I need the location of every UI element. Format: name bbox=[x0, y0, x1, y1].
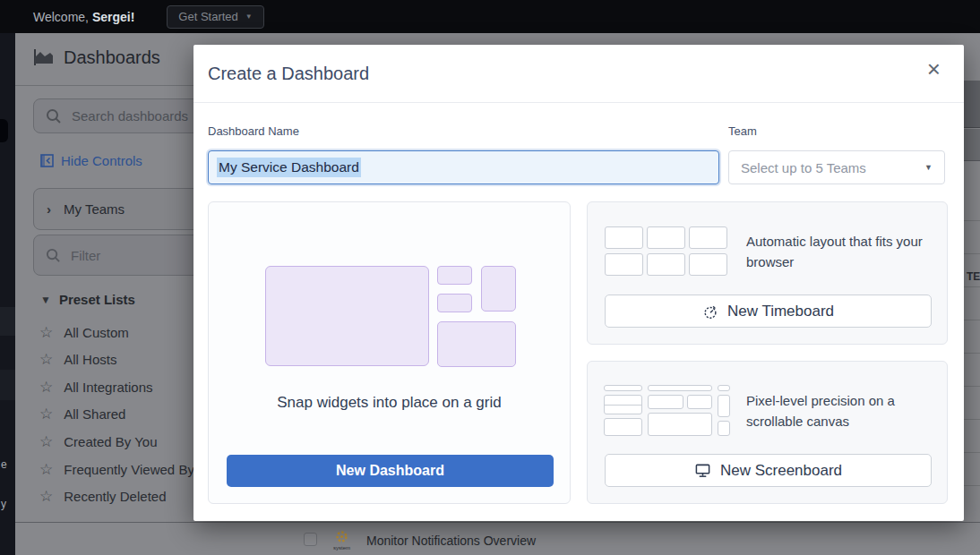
team-label: Team bbox=[728, 124, 757, 138]
selected-input-text: My Service Dashboard bbox=[217, 158, 361, 177]
nav-label-fragment: y bbox=[1, 498, 6, 510]
dashboard-row-title: Monitor Notifications Overview bbox=[366, 534, 536, 548]
team-select[interactable]: Select up to 5 Teams ▼ bbox=[728, 150, 945, 184]
close-icon[interactable]: × bbox=[927, 57, 941, 81]
gear-icon bbox=[334, 529, 349, 544]
hide-controls-link[interactable]: Hide Controls bbox=[40, 153, 142, 168]
chevron-down-icon: ▼ bbox=[924, 163, 933, 172]
chevron-right-icon: › bbox=[47, 201, 51, 217]
welcome-text: Welcome, Sergei! bbox=[33, 10, 134, 24]
table-column-header-fragment: TE bbox=[967, 270, 980, 283]
nav-label-fragment: e bbox=[1, 458, 7, 471]
create-dashboard-modal: Create a Dashboard × Dashboard Name My S… bbox=[193, 45, 964, 521]
star-icon[interactable]: ☆ bbox=[39, 352, 53, 367]
new-dashboard-button[interactable]: New Dashboard bbox=[227, 455, 554, 487]
modal-title: Create a Dashboard bbox=[208, 64, 369, 84]
collapse-panel-icon bbox=[40, 154, 54, 167]
search-placeholder: Search dashboards bbox=[72, 108, 188, 124]
row-checkbox[interactable] bbox=[304, 533, 317, 546]
chevron-down-icon: ▼ bbox=[40, 294, 51, 306]
top-bar: Welcome, Sergei! Get Started ▼ bbox=[0, 0, 980, 33]
get-started-button[interactable]: Get Started ▼ bbox=[167, 5, 263, 29]
star-icon[interactable]: ☆ bbox=[39, 489, 53, 504]
team-select-placeholder: Select up to 5 Teams bbox=[741, 160, 924, 175]
stopwatch-icon bbox=[702, 303, 718, 320]
star-icon[interactable]: ☆ bbox=[39, 406, 53, 422]
page-title: Dashboards bbox=[33, 47, 160, 68]
user-name: Sergei! bbox=[92, 10, 134, 24]
grid-card-caption: Snap widgets into place on a grid bbox=[209, 394, 570, 412]
screenboard-card: Pixel-level precision on a scrollable ca… bbox=[587, 361, 948, 504]
filter-placeholder: Filter bbox=[71, 248, 100, 263]
nav-item-fragment bbox=[0, 370, 15, 400]
star-icon[interactable]: ☆ bbox=[39, 380, 53, 395]
dashboard-name-label: Dashboard Name bbox=[208, 124, 299, 138]
monitor-icon bbox=[694, 463, 711, 479]
search-icon bbox=[46, 108, 62, 124]
dashboard-list-row[interactable]: system Monitor Notifications Overview bbox=[304, 526, 536, 551]
timeboard-caption: Automatic layout that fits your browser bbox=[746, 232, 936, 272]
dashboards-icon bbox=[33, 48, 55, 67]
grid-dashboard-card: Snap widgets into place on a grid New Da… bbox=[208, 201, 571, 504]
active-nav-indicator bbox=[0, 119, 8, 142]
chevron-down-icon: ▼ bbox=[245, 13, 253, 21]
integration-name: system bbox=[333, 545, 350, 551]
search-icon bbox=[46, 248, 61, 263]
new-screenboard-button[interactable]: New Screenboard bbox=[605, 454, 932, 487]
left-nav-rail: e y bbox=[0, 33, 15, 555]
star-icon[interactable]: ☆ bbox=[39, 434, 53, 449]
nav-item-fragment bbox=[0, 307, 15, 336]
star-icon[interactable]: ☆ bbox=[39, 325, 53, 340]
preset-lists-toggle[interactable]: ▼ Preset Lists bbox=[40, 292, 135, 307]
screenboard-caption: Pixel-level precision on a scrollable ca… bbox=[746, 391, 936, 431]
modal-header: Create a Dashboard × bbox=[193, 45, 964, 103]
dashboard-name-input[interactable]: My Service Dashboard bbox=[208, 150, 719, 184]
system-icon-group: system bbox=[333, 529, 350, 551]
timeboard-card: Automatic layout that fits your browser … bbox=[587, 201, 948, 345]
star-icon[interactable]: ☆ bbox=[39, 462, 53, 477]
divider bbox=[15, 522, 980, 523]
new-timeboard-button[interactable]: New Timeboard bbox=[605, 295, 932, 328]
